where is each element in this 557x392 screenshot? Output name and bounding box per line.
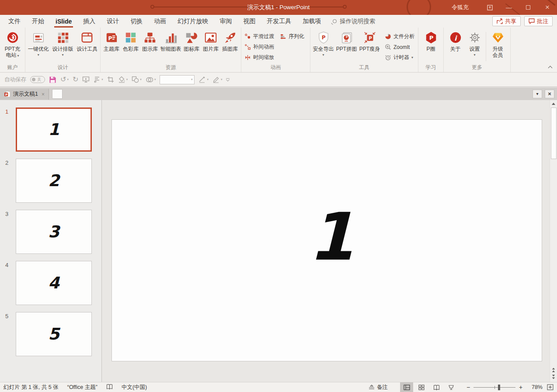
time-scale-button[interactable]: 时间缩放 bbox=[243, 53, 275, 62]
scroll-up-button[interactable] bbox=[550, 100, 557, 107]
slide-thumbnail-1[interactable]: 1 1 bbox=[0, 108, 102, 152]
slide-thumbnail-box[interactable]: 1 bbox=[16, 108, 92, 152]
undo-button[interactable]: ↺▾ bbox=[60, 76, 69, 83]
maximize-button[interactable] bbox=[519, 0, 538, 15]
tab-islide[interactable]: iSlide bbox=[50, 15, 77, 28]
serialize-button[interactable]: 序列化 bbox=[278, 32, 306, 41]
previous-slide-button[interactable] bbox=[550, 366, 557, 373]
slide-thumbnail-box[interactable]: 3 bbox=[16, 210, 92, 254]
redo-button[interactable]: ↻ bbox=[73, 76, 78, 83]
normal-view-button[interactable] bbox=[400, 382, 413, 392]
tab-animations[interactable]: 动画 bbox=[148, 15, 172, 28]
slide-counter[interactable]: 幻灯片 第 1 张, 共 5 张 bbox=[3, 384, 59, 391]
tab-view[interactable]: 视图 bbox=[237, 15, 261, 28]
tab-close-icon[interactable]: × bbox=[42, 91, 45, 97]
slide-thumbnail-box[interactable]: 2 bbox=[16, 159, 92, 203]
smart-chart-button[interactable]: 智能图表 bbox=[160, 29, 182, 52]
dropdown-caret-icon: ▾ bbox=[191, 78, 193, 81]
slideshow-view-button[interactable] bbox=[445, 382, 458, 392]
icon-library-button[interactable]: 图标库 bbox=[182, 29, 201, 52]
qat-combobox[interactable]: ▾ bbox=[160, 75, 195, 84]
tab-bar-close-button[interactable]: × bbox=[545, 90, 554, 98]
tab-developer[interactable]: 开发工具 bbox=[261, 15, 297, 28]
zoom-level[interactable]: 78% bbox=[526, 384, 543, 390]
tween-animation-button[interactable]: 补间动画 bbox=[243, 42, 275, 52]
tab-home[interactable]: 开始 bbox=[26, 15, 50, 28]
zoom-out-button[interactable]: − bbox=[465, 384, 472, 391]
dropdown-caret-icon: ▾ bbox=[38, 53, 39, 57]
slide-canvas[interactable]: 1 bbox=[111, 119, 542, 361]
zoom-slider-handle[interactable] bbox=[498, 385, 500, 390]
spellcheck-button[interactable] bbox=[106, 384, 113, 391]
tab-slideshow[interactable]: 幻灯片放映 bbox=[172, 15, 214, 28]
tab-file[interactable]: 文件 bbox=[3, 15, 26, 28]
scrollbar-thumb[interactable] bbox=[551, 108, 557, 159]
tab-addins[interactable]: 加载项 bbox=[297, 15, 327, 28]
notes-button[interactable]: 备注 bbox=[369, 384, 388, 391]
upgrade-member-button[interactable]: 升级 会员 bbox=[487, 29, 508, 58]
ppt-puzzle-button[interactable]: PPT拼图 bbox=[335, 29, 358, 52]
fill-color-button[interactable]: ▾ bbox=[118, 76, 128, 83]
reading-view-button[interactable] bbox=[430, 382, 443, 392]
account-user-name[interactable]: 令狐充 bbox=[452, 3, 469, 11]
diagram-library-button[interactable]: 图示库 bbox=[140, 29, 160, 52]
document-tab-bar: P 演示文稿1 × ▾ × bbox=[0, 87, 557, 100]
about-button[interactable]: i 关于 bbox=[446, 29, 465, 52]
title-bar: 演示文稿1 - PowerPoint 令狐充 — × bbox=[0, 0, 557, 15]
picture-library-button[interactable]: 图片库 bbox=[201, 29, 220, 52]
tab-review[interactable]: 审阅 bbox=[214, 15, 237, 28]
tell-me-search[interactable]: 操作说明搜索 bbox=[333, 15, 375, 28]
tab-transitions[interactable]: 切换 bbox=[125, 15, 148, 28]
file-analysis-button[interactable]: 文件分析 bbox=[383, 32, 416, 41]
zoom-slider[interactable] bbox=[473, 384, 515, 390]
slide-sorter-button[interactable] bbox=[415, 382, 428, 392]
ppt-slim-button[interactable]: P PPT瘦身 bbox=[358, 29, 381, 52]
language-indicator[interactable]: 中文(中国) bbox=[122, 384, 147, 391]
color-library-button[interactable]: 色彩库 bbox=[121, 29, 140, 52]
slide-thumbnail-5[interactable]: 5 5 bbox=[0, 312, 102, 356]
design-layout-button[interactable]: 设计排版 ▾ bbox=[51, 29, 75, 57]
pen-color-button[interactable]: ▾ bbox=[212, 76, 223, 83]
timer-button[interactable]: 计时器 ▾ bbox=[383, 53, 416, 62]
zoomit-button[interactable]: ZoomIt bbox=[383, 42, 416, 52]
ppt-charge-button[interactable]: PPT充 电站▾ bbox=[1, 29, 24, 58]
slide-thumbnail-box[interactable]: 4 bbox=[16, 261, 92, 305]
theme-name[interactable]: “Office 主题” bbox=[67, 384, 97, 391]
group-inner-divider bbox=[486, 32, 486, 61]
ribbon-display-options-button[interactable] bbox=[480, 0, 499, 15]
customize-qat-button[interactable] bbox=[226, 78, 230, 81]
safe-export-button[interactable]: P 安全导出 ▾ bbox=[312, 29, 335, 57]
next-slide-button[interactable] bbox=[550, 373, 557, 380]
p-circle-button[interactable]: P P圈 bbox=[420, 29, 442, 52]
slide-thumbnail-box[interactable]: 5 bbox=[16, 312, 92, 356]
slide-thumbnail-2[interactable]: 2 2 bbox=[0, 159, 102, 203]
crop-button[interactable] bbox=[107, 76, 114, 83]
illustration-library-button[interactable]: 插图库 bbox=[220, 29, 240, 52]
shape-button[interactable]: ▾ bbox=[132, 76, 142, 83]
design-tools-button[interactable]: 设计工具 bbox=[75, 29, 99, 52]
document-tab-active[interactable]: P 演示文稿1 × bbox=[0, 89, 49, 100]
save-button[interactable] bbox=[49, 76, 56, 83]
merge-shapes-button[interactable]: ▾ bbox=[146, 76, 156, 83]
zoom-in-button[interactable]: + bbox=[517, 384, 524, 391]
tab-list-dropdown-button[interactable]: ▾ bbox=[533, 90, 542, 98]
slide-thumbnail-3[interactable]: 3 3 bbox=[0, 210, 102, 254]
minimize-button[interactable]: — bbox=[499, 0, 519, 15]
collapse-ribbon-button[interactable] bbox=[548, 65, 552, 69]
shape-outline-button[interactable]: ▾ bbox=[198, 76, 209, 83]
smooth-transition-button[interactable]: 平滑过渡 bbox=[243, 32, 275, 41]
theme-library-button[interactable]: P 主题库 bbox=[102, 29, 121, 52]
start-slideshow-button[interactable] bbox=[82, 76, 90, 83]
fit-slide-to-window-button[interactable] bbox=[547, 384, 554, 390]
new-document-tab-button[interactable] bbox=[52, 89, 63, 99]
close-button[interactable]: × bbox=[538, 0, 557, 15]
comments-button[interactable]: 批注 bbox=[524, 16, 553, 26]
tab-design[interactable]: 设计 bbox=[101, 15, 125, 28]
settings-button[interactable]: 设置 ▾ bbox=[465, 29, 484, 57]
slide-thumbnail-4[interactable]: 4 4 bbox=[0, 261, 102, 305]
tab-insert[interactable]: 插入 bbox=[77, 15, 101, 28]
arrange-button[interactable]: ▾ bbox=[94, 76, 103, 83]
share-button[interactable]: 共享 bbox=[492, 16, 521, 26]
one-key-optimize-button[interactable]: 一键优化 ▾ bbox=[27, 29, 50, 57]
autosave-toggle[interactable]: 关 bbox=[30, 76, 45, 83]
